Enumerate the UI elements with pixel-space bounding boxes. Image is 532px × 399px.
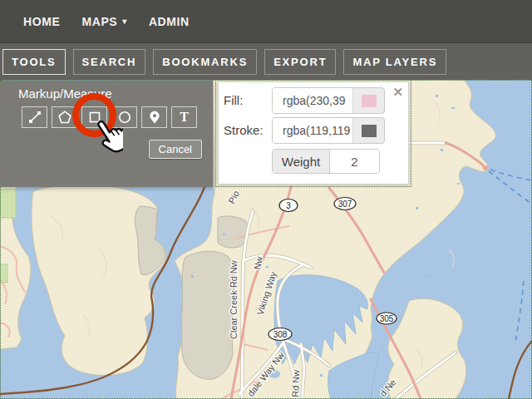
stroke-swatch-cell[interactable]: [353, 118, 384, 143]
fill-label: Fill:: [224, 93, 243, 107]
park-area: [0, 190, 16, 218]
fill-input[interactable]: [273, 88, 353, 113]
nav-maps-label: MAPS: [81, 15, 117, 28]
urban-area-silverdale: [181, 251, 235, 379]
weight-input-group: Weight: [272, 149, 380, 174]
hand-cursor-icon: [83, 120, 123, 161]
measure-line-icon: [27, 110, 42, 125]
nav-maps[interactable]: MAPS ▾: [81, 15, 126, 28]
nav-admin[interactable]: ADMIN: [149, 15, 190, 28]
cancel-button[interactable]: Cancel: [149, 140, 202, 159]
stroke-input[interactable]: [273, 118, 353, 143]
nav-home[interactable]: HOME: [23, 15, 60, 28]
fill-swatch-cell[interactable]: [353, 88, 384, 113]
close-icon[interactable]: ✕: [392, 86, 403, 98]
top-navbar: HOME MAPS ▾ ADMIN: [0, 0, 532, 42]
ribbon-button-tools[interactable]: TOOLS: [2, 49, 66, 75]
marker-tool-button[interactable]: [141, 106, 167, 128]
road-label-rd-nw: Rd Nw: [290, 370, 301, 397]
urban-area-north: [218, 216, 248, 248]
ferry-dock: [483, 165, 488, 170]
ribbon-button-export[interactable]: EXPORT: [264, 49, 336, 75]
stroke-label: Stroke:: [224, 123, 264, 137]
ribbon-button-bookmarks[interactable]: BOOKMARKS: [153, 49, 257, 75]
app-window: HOME MAPS ▾ ADMIN TOOLS SEARCH BOOKMARKS…: [0, 0, 532, 399]
text-tool-button[interactable]: T: [171, 106, 197, 128]
route-shield-308: 308: [273, 330, 288, 339]
polygon-icon: [57, 110, 72, 125]
marker-pin-icon: [147, 110, 162, 125]
fill-color-swatch[interactable]: [362, 95, 377, 107]
route-shield-3: 3: [286, 201, 291, 210]
ribbon-button-search[interactable]: SEARCH: [73, 49, 146, 75]
measure-line-tool-button[interactable]: [22, 106, 47, 128]
stroke-color-swatch[interactable]: [362, 125, 377, 137]
style-popup: ✕ Fill: Stroke: Weight: [218, 81, 409, 185]
fill-input-group: [272, 87, 385, 114]
weight-input[interactable]: [330, 150, 379, 173]
stroke-input-group: [272, 117, 385, 144]
road-label-clear-creek: Clear Creek Rd Nw: [229, 260, 239, 339]
route-shield-307: 307: [338, 200, 352, 209]
weight-label: Weight: [273, 150, 330, 173]
tool-ribbon: TOOLS SEARCH BOOKMARKS EXPORT MAP LAYERS: [0, 42, 532, 80]
route-shield-305: 305: [380, 314, 394, 323]
text-tool-glyph: T: [180, 111, 189, 124]
ribbon-button-map-layers[interactable]: MAP LAYERS: [343, 49, 446, 75]
chevron-down-icon: ▾: [122, 17, 127, 26]
park-area: [0, 264, 7, 283]
